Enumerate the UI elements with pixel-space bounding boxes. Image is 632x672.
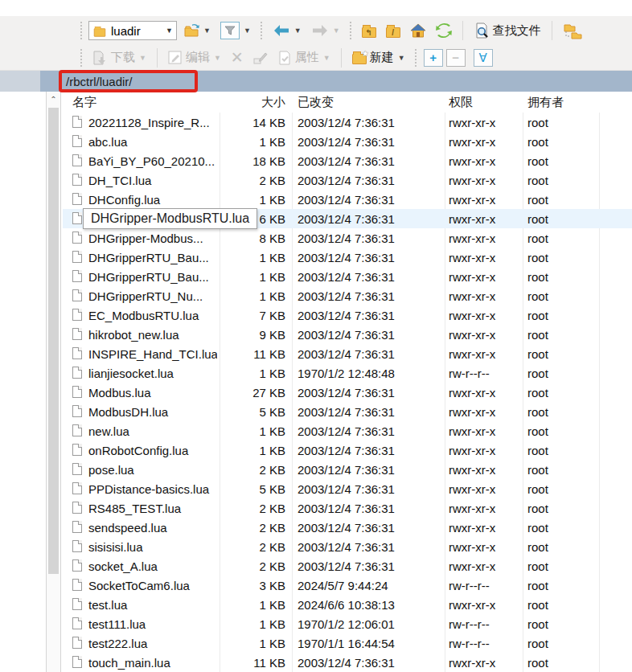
star-icon: ★ [362, 49, 369, 58]
vertical-scrollbar[interactable]: ⌃ [46, 92, 61, 672]
file-row[interactable]: Modbus.lua27 KB2003/12/4 7:36:31rwxr-xr-… [63, 383, 632, 402]
file-owner: root [527, 479, 596, 498]
toolbar-separator [157, 48, 158, 68]
file-row[interactable]: DHGripper-Modbus...8 KB2003/12/4 7:36:31… [63, 228, 632, 248]
header-owner[interactable]: 拥有者 [527, 92, 596, 113]
file-row[interactable]: DH_TCI.lua2 KB2003/12/4 7:36:31rwxr-xr-x… [63, 170, 632, 190]
file-row[interactable]: test.lua1 KB2024/6/6 10:38:13rwxr-xr-xro… [63, 595, 632, 614]
chevron-down-icon[interactable]: ▼ [294, 27, 302, 35]
file-row[interactable]: onRobotConfig.lua1 KB2003/12/4 7:36:31rw… [63, 440, 632, 460]
file-row[interactable]: DHConfig.lua1 KB2003/12/4 7:36:31rwxr-xr… [63, 190, 632, 209]
chevron-down-icon[interactable]: ▼ [333, 27, 340, 35]
file-icon [72, 559, 82, 572]
file-row[interactable]: DHGripperRTU_Nu...1 KB2003/12/4 7:36:31r… [63, 286, 632, 305]
file-owner: root [527, 209, 596, 228]
file-row[interactable]: DHGripperRTU_Bau...1 KB2003/12/4 7:36:31… [63, 267, 632, 286]
file-rights: rwxr-xr-x [449, 325, 521, 344]
file-size: 1 KB [183, 421, 285, 440]
file-icon [72, 482, 82, 494]
title-bar [0, 0, 632, 16]
scrollbar-thumb[interactable] [48, 108, 59, 574]
file-rights: rwxr-xr-x [449, 498, 521, 518]
toolbar-grip[interactable] [79, 22, 83, 39]
file-row[interactable]: BaYi_BY_P60_20210...18 KB2003/12/4 7:36:… [63, 151, 632, 170]
file-row[interactable]: EC_ModbusRTU.lua7 KB2003/12/4 7:36:31rwx… [63, 305, 632, 325]
remove-bookmark-button[interactable]: − [446, 49, 466, 67]
file-row[interactable]: lianjiesocket.lua1 KB1970/1/2 12:48:48rw… [63, 363, 632, 383]
chevron-down-icon[interactable]: ▼ [398, 54, 405, 62]
parent-directory-button[interactable]: ↰ [359, 22, 380, 40]
scrollbar-up-arrow[interactable]: ⌃ [47, 92, 60, 106]
file-row[interactable]: INSPIRE_Hand_TCI.lua11 KB2003/12/4 7:36:… [63, 344, 632, 363]
chevron-down-icon[interactable]: ▼ [323, 54, 330, 62]
address-bar[interactable]: /rbctrl/luadir/ [0, 71, 632, 92]
file-size: 5 KB [183, 479, 285, 498]
header-size[interactable]: 大小 [183, 92, 285, 113]
funnel-icon [220, 22, 240, 39]
file-row[interactable]: ModbusDH.lua5 KB2003/12/4 7:36:31rwxr-xr… [63, 402, 632, 421]
file-row[interactable]: abc.lua1 KB2003/12/4 7:36:31rwxr-xr-xroo… [63, 132, 632, 151]
filter-button[interactable]: ▼ [217, 19, 254, 42]
file-owner: root [527, 498, 596, 518]
file-row[interactable]: sendspeed.lua2 KB2003/12/4 7:36:31rwxr-x… [63, 518, 632, 537]
file-icon [72, 251, 82, 263]
find-files-label: 查找文件 [493, 23, 541, 39]
file-changed: 2003/12/4 7:36:31 [298, 151, 442, 170]
open-directory-button[interactable]: ▼ [180, 20, 214, 41]
file-changed: 2003/12/4 7:36:31 [298, 113, 442, 132]
file-row[interactable]: sisisisi.lua2 KB2003/12/4 7:36:31rwxr-xr… [63, 537, 632, 556]
file-row[interactable]: touch_main.lua11 KB2003/12/4 7:36:31rwxr… [63, 653, 632, 672]
add-bookmark-button[interactable]: + [424, 49, 443, 67]
home-directory-button[interactable] [407, 20, 429, 41]
current-path[interactable]: /rbctrl/luadir/ [66, 71, 133, 92]
refresh-button[interactable] [433, 20, 455, 41]
file-row[interactable]: 20221128_Inspire_R...14 KB2003/12/4 7:36… [63, 113, 632, 132]
file-owner: root [527, 383, 596, 402]
file-owner: root [527, 325, 596, 344]
toolbar-grip[interactable] [349, 22, 353, 39]
rename-button[interactable] [250, 49, 271, 67]
file-row[interactable]: PPDistance-basics.lua5 KB2003/12/4 7:36:… [63, 479, 632, 498]
chevron-down-icon[interactable]: ▼ [139, 54, 146, 62]
header-rights[interactable]: 权限 [449, 92, 521, 113]
filter-list-button[interactable]: ∀ [474, 49, 493, 67]
toolbar-grip[interactable] [79, 49, 83, 67]
file-row[interactable]: SocketToCam6.lua3 KB2024/5/7 9:44:24rw-r… [63, 576, 632, 595]
chevron-down-icon[interactable]: ▼ [244, 27, 251, 35]
file-icon [72, 193, 82, 205]
file-size: 18 KB [183, 151, 285, 170]
file-row[interactable]: new.lua1 KB2003/12/4 7:36:31rwxr-xr-xroo… [63, 421, 632, 440]
chevron-down-icon[interactable]: ▼ [203, 27, 211, 35]
back-button[interactable]: ▼ [269, 22, 305, 39]
directory-combobox[interactable]: luadir ▼ [88, 21, 177, 40]
remote-file-panel: ⌃ ⌃ 名字 大小 已改变 权限 拥有者 20221128_Inspire_R.… [0, 92, 632, 672]
file-rights: rwxr-xr-x [449, 286, 521, 305]
directory-tree-button[interactable] [560, 19, 585, 42]
toolbar-grip[interactable] [260, 22, 264, 39]
download-button[interactable]: 下载 ▼ [88, 47, 150, 68]
file-icon [72, 579, 82, 591]
forward-button[interactable]: ▼ [308, 22, 343, 39]
new-button[interactable]: ★ 新建 ▼ [349, 47, 408, 68]
file-changed: 2003/12/4 7:36:31 [298, 344, 442, 363]
file-changed: 2003/12/4 7:36:31 [298, 498, 442, 518]
chevron-down-icon[interactable]: ▼ [214, 54, 221, 62]
file-size: 2 KB [183, 518, 285, 537]
file-row[interactable]: pose.lua2 KB2003/12/4 7:36:31rwxr-xr-xro… [63, 460, 632, 479]
edit-button[interactable]: 编辑 ▼ [165, 47, 224, 68]
file-size: 2 KB [183, 537, 285, 556]
file-row[interactable]: RS485_TEST.lua2 KB2003/12/4 7:36:31rwxr-… [63, 498, 632, 518]
root-directory-button[interactable]: / [383, 22, 404, 40]
chevron-down-icon[interactable]: ▼ [166, 27, 173, 35]
toolbar-grip[interactable] [414, 49, 418, 67]
file-row[interactable]: socket_A.lua2 KB2003/12/4 7:36:31rwxr-xr… [63, 556, 632, 576]
file-row[interactable]: test222.lua1 KB1970/1/1 16:44:54rw-r--r-… [63, 633, 632, 653]
file-row[interactable]: hikrobot_new.lua9 KB2003/12/4 7:36:31rwx… [63, 325, 632, 344]
properties-button[interactable]: 属性 ▼ [274, 47, 334, 68]
file-row[interactable]: DHGripperRTU_Bau...1 KB2003/12/4 7:36:31… [63, 248, 632, 267]
delete-button[interactable]: ✕ [228, 46, 247, 69]
header-changed[interactable]: 已改变 [298, 92, 442, 113]
find-files-button[interactable]: 查找文件 [470, 20, 544, 41]
file-row[interactable]: test111.lua1 KB1970/1/2 12:06:01rw-r--r-… [63, 614, 632, 633]
file-icon [72, 135, 82, 147]
